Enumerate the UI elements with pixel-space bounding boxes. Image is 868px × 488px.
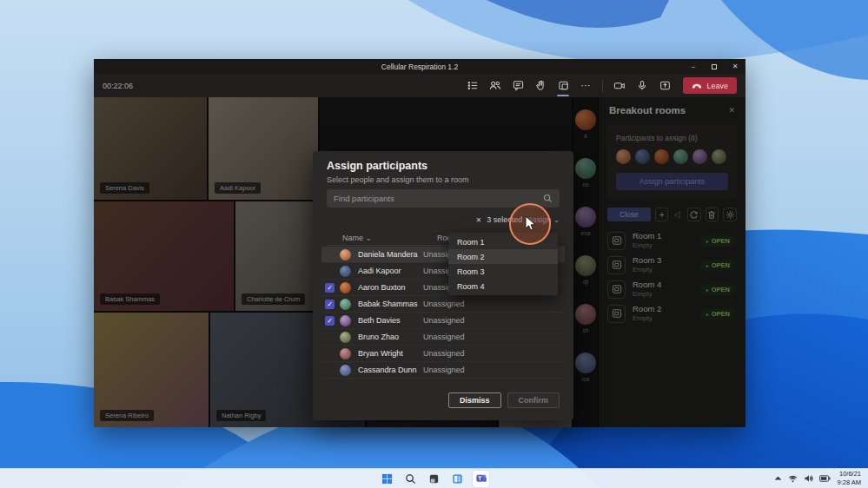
dropdown-item[interactable]: Room 3: [448, 264, 558, 279]
checkbox-checked[interactable]: ✓: [325, 283, 335, 293]
avatar: [340, 365, 351, 376]
participant-room: Unassigned: [423, 300, 465, 308]
dropdown-item[interactable]: Room 4: [448, 279, 558, 293]
mic-icon[interactable]: [633, 77, 652, 95]
dismiss-button[interactable]: Dismiss: [448, 392, 501, 408]
avatar: [340, 299, 351, 310]
dropdown-item[interactable]: Room 2: [448, 249, 558, 264]
meeting-toolbar: 00:22:06 ⋯: [94, 74, 745, 97]
volume-icon[interactable]: [804, 474, 813, 483]
column-name[interactable]: Name ⌄: [342, 234, 372, 242]
table-row[interactable]: ✓Beth DaviesUnassigned: [321, 313, 565, 329]
assign-participants-dialog: Assign participants Select people and as…: [313, 151, 573, 420]
widgets-icon[interactable]: [449, 471, 466, 487]
table-row[interactable]: Cassandra DunnUnassigned: [321, 362, 565, 379]
tray-time: 9:28 AM: [837, 478, 861, 487]
mouse-cursor-click-indicator: [509, 203, 551, 245]
search-taskbar-icon[interactable]: [402, 471, 419, 487]
tray-date: 10/6/21: [837, 470, 861, 478]
leave-button[interactable]: Leave: [683, 77, 737, 94]
leave-label: Leave: [706, 82, 728, 90]
raise-hand-icon[interactable]: [531, 77, 550, 95]
toolbar-divider: [602, 80, 603, 92]
phone-icon: [692, 82, 702, 89]
avatar: [340, 282, 351, 293]
participant-name: Babak Shammas: [358, 300, 418, 308]
participant-room: Unassigned: [423, 316, 465, 325]
participant-name: Cassandra Dunn: [358, 366, 417, 374]
teams-meeting-window: Cellular Respiration 1.2 – ✕ 00:22:06: [94, 59, 745, 427]
chevron-down-icon: ⌄: [366, 234, 372, 242]
share-screen-icon[interactable]: [655, 77, 674, 95]
wifi-icon[interactable]: [788, 475, 798, 483]
chat-icon[interactable]: [508, 77, 527, 95]
participant-name: Aaron Buxton: [358, 283, 406, 292]
participant-name: Daniela Mandera: [358, 250, 418, 259]
avatar: [340, 266, 351, 277]
dialog-title: Assign participants: [327, 160, 427, 172]
window-titlebar: Cellular Respiration 1.2 – ✕: [94, 59, 745, 74]
table-row[interactable]: Bruno ZhaoUnassigned: [321, 329, 565, 346]
teams-app-icon[interactable]: [473, 471, 489, 487]
meeting-timer: 00:22:06: [103, 82, 133, 90]
task-view-icon[interactable]: [426, 471, 442, 487]
avatar: [340, 348, 351, 359]
avatar: [340, 315, 351, 326]
search-input[interactable]: [334, 194, 543, 203]
participant-name: Beth Davies: [358, 316, 401, 325]
more-icon[interactable]: ⋯: [576, 77, 595, 95]
agenda-icon[interactable]: [463, 77, 482, 95]
cursor-arrow-icon: [523, 215, 537, 233]
table-row[interactable]: ✓Babak ShammasUnassigned: [321, 296, 565, 313]
start-button-icon[interactable]: [379, 471, 395, 487]
table-row[interactable]: Bryan WrightUnassigned: [321, 346, 565, 362]
windows-taskbar: 10/6/21 9:28 AM: [0, 468, 868, 488]
participant-room: Unassigned: [423, 349, 465, 358]
chevron-down-icon: ⌄: [553, 216, 560, 224]
taskbar-clock[interactable]: 10/6/21 9:28 AM: [837, 470, 861, 487]
participant-room: Unassigned: [423, 366, 465, 374]
participant-room: Unassigned: [423, 333, 465, 341]
participants-icon[interactable]: [486, 77, 505, 95]
tray-chevron-up-icon[interactable]: [774, 475, 782, 482]
search-icon: [543, 194, 553, 203]
window-title: Cellular Respiration 1.2: [94, 63, 745, 71]
battery-icon[interactable]: [819, 475, 831, 482]
confirm-button[interactable]: Confirm: [507, 392, 560, 408]
participant-name: Bryan Wright: [358, 349, 403, 358]
avatar: [340, 332, 351, 343]
breakout-rooms-icon[interactable]: [553, 77, 573, 95]
camera-icon[interactable]: [610, 77, 629, 95]
checkbox-checked[interactable]: ✓: [325, 300, 335, 309]
checkbox-checked[interactable]: ✓: [325, 316, 335, 326]
avatar: [340, 249, 351, 260]
dialog-subtitle: Select people and assign them to a room: [327, 175, 469, 184]
room-dropdown-menu: Room 1Room 2Room 3Room 4: [448, 233, 558, 295]
clear-selection-icon[interactable]: ✕: [476, 216, 482, 224]
participant-name: Aadi Kapoor: [358, 267, 401, 275]
participant-name: Bruno Zhao: [358, 333, 399, 341]
